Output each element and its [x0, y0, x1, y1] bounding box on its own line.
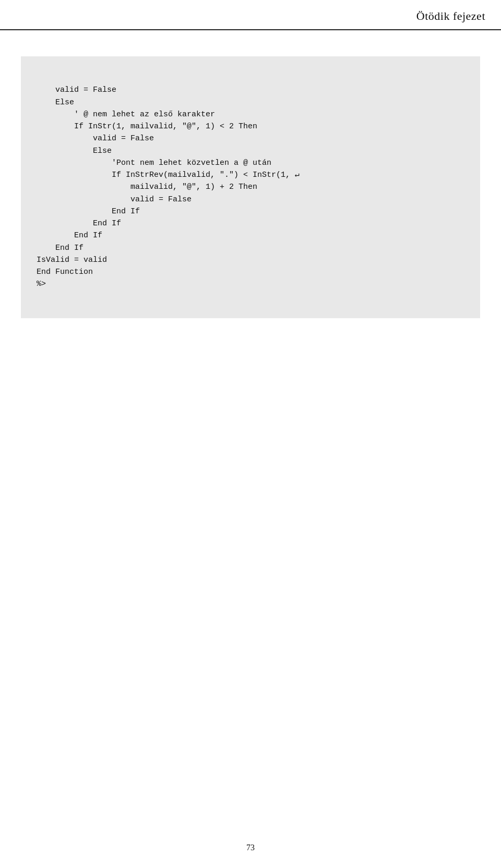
page-footer: 73	[0, 843, 501, 852]
page-header: Ötödik fejezet	[0, 0, 501, 30]
code-block: valid = False Else ' @ nem lehet az első…	[21, 56, 480, 318]
page-number: 73	[246, 843, 255, 852]
chapter-title: Ötödik fejezet	[416, 9, 485, 23]
code-line-1: valid = False Else ' @ nem lehet az első…	[37, 86, 300, 288]
main-content: valid = False Else ' @ nem lehet az első…	[0, 30, 501, 349]
